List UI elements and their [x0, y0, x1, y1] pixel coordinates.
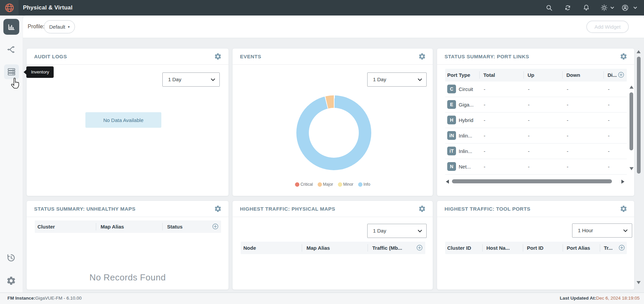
add-column-icon[interactable]	[617, 71, 625, 79]
column-separator	[603, 71, 604, 79]
time-range-select[interactable]: 1 Hour	[572, 223, 632, 238]
legend-item[interactable]: Major	[318, 182, 333, 187]
sidebar-item-recent[interactable]	[6, 253, 16, 263]
legend-dot-icon	[338, 182, 342, 187]
app-logo[interactable]	[0, 0, 19, 16]
user-account-icon[interactable]	[621, 4, 629, 11]
column-separator	[302, 244, 302, 251]
cell-total: -	[484, 97, 485, 112]
legend-item[interactable]: Minor	[338, 182, 353, 187]
column-header[interactable]: Port Type	[447, 69, 470, 81]
theme-sun-icon[interactable]	[600, 4, 608, 11]
column-header[interactable]: Status	[167, 220, 183, 233]
widget-title: HIGHEST TRAFFIC: TOOL PORTS	[445, 201, 531, 217]
column-header[interactable]: Traffic (Mb...	[372, 242, 402, 254]
legend-label: Info	[364, 182, 370, 187]
table-scroll-down-arrow[interactable]	[629, 167, 634, 170]
fm-instance-value: GigaVUE-FM - 6.10.00	[35, 296, 82, 301]
refresh-icon[interactable]	[564, 4, 571, 11]
legend-label: Minor	[343, 182, 353, 187]
add-column-icon[interactable]	[416, 244, 423, 251]
port-type-badge: H	[447, 116, 456, 124]
table-row[interactable]: C Circuit - - - -	[445, 82, 627, 97]
events-legend: CriticalMajorMinorInfo	[233, 182, 433, 187]
column-header[interactable]: Cluster	[37, 220, 55, 233]
table-scroll-up-arrow[interactable]	[629, 86, 634, 89]
cell-up: -	[528, 82, 530, 97]
table-vertical-scrollbar[interactable]	[629, 92, 633, 150]
table-row[interactable]: H Hybrid - - - -	[445, 113, 627, 128]
sidebar-item-settings[interactable]	[6, 276, 16, 286]
cell-disabled: -	[608, 144, 610, 159]
table-row[interactable]: E Giga... - - - -	[445, 97, 627, 113]
table-scroll-right-arrow[interactable]	[621, 180, 624, 184]
profile-select[interactable]: Default ▾	[44, 20, 75, 33]
sidebar-item-dashboards[interactable]	[3, 19, 19, 35]
sidebar-item-inventory[interactable]	[4, 64, 19, 79]
gear-icon[interactable]	[620, 53, 627, 60]
table-row[interactable]: iN Inlin... - - - -	[445, 128, 627, 144]
column-header[interactable]: Node	[243, 242, 256, 254]
table-row[interactable]: S Stac...	[445, 175, 627, 177]
last-updated-value: Dec 6, 2024 18:19:05	[596, 296, 640, 301]
sidebar-item-traffic[interactable]	[6, 44, 16, 55]
column-header[interactable]: Cluster ID	[447, 242, 471, 254]
cell-up: -	[528, 144, 530, 159]
add-column-icon[interactable]	[618, 244, 625, 251]
table-scroll-left-arrow[interactable]	[446, 180, 449, 184]
widget-unhealthy-maps: STATUS SUMMARY: UNHEALTHY MAPS Cluster M…	[26, 201, 229, 290]
legend-item[interactable]: Critical	[295, 182, 313, 187]
theme-chevron-down-icon[interactable]	[610, 6, 614, 9]
table-header: Port Type Total Up Down Di...	[445, 69, 627, 82]
widget-header: EVENTS	[233, 49, 433, 65]
column-header[interactable]: Total	[483, 69, 495, 81]
user-chevron-down-icon[interactable]	[633, 6, 637, 9]
time-range-select[interactable]: 1 Day	[367, 224, 427, 238]
gigavue-fm-dashboard: Physical & Virtual	[0, 0, 644, 304]
table-row[interactable]: N Net... - - - -	[445, 159, 627, 175]
legend-dot-icon	[318, 182, 322, 187]
column-header[interactable]: Up	[528, 69, 534, 81]
port-type-label: Giga...	[459, 97, 474, 112]
column-header[interactable]: Di...	[608, 69, 617, 81]
legend-item[interactable]: Info	[358, 182, 370, 187]
gear-icon[interactable]	[418, 205, 426, 213]
cell-total: -	[484, 159, 485, 174]
page-scroll-up-arrow[interactable]	[637, 50, 641, 53]
page-scroll-down-arrow[interactable]	[637, 281, 641, 284]
chevron-down-icon	[418, 78, 422, 81]
search-icon[interactable]	[545, 4, 553, 11]
column-header[interactable]: Tr...	[604, 242, 613, 254]
fm-instance-label: FM Instance:	[7, 296, 35, 301]
column-separator	[563, 244, 563, 251]
events-donut-chart[interactable]	[296, 95, 371, 170]
port-type-label: Hybrid	[459, 113, 473, 128]
notifications-bell-icon[interactable]	[583, 4, 590, 11]
gear-icon[interactable]	[214, 205, 222, 213]
legend-label: Major	[323, 182, 333, 187]
gear-icon[interactable]	[620, 205, 627, 213]
column-header[interactable]: Port Alias	[567, 242, 590, 254]
table-horizontal-scrollbar[interactable]	[452, 179, 612, 183]
table-row[interactable]: iT Inlin... - - - -	[445, 144, 627, 159]
cell-disabled: -	[608, 82, 610, 97]
gear-icon[interactable]	[214, 53, 222, 60]
cell-total: -	[484, 82, 485, 97]
column-header[interactable]: Host Na...	[486, 242, 510, 254]
widget-physical-maps: HIGHEST TRAFFIC: PHYSICAL MAPS 1 Day Nod…	[232, 201, 433, 290]
column-header[interactable]: Map Alias	[306, 242, 330, 254]
page-vertical-scrollbar[interactable]	[637, 57, 641, 174]
time-range-select[interactable]: 1 Day	[162, 72, 220, 87]
column-header[interactable]: Down	[566, 69, 580, 81]
widget-header: HIGHEST TRAFFIC: TOOL PORTS	[437, 201, 634, 217]
time-range-value: 1 Hour	[578, 224, 593, 237]
column-header[interactable]: Map Alias	[101, 220, 124, 233]
gear-icon[interactable]	[418, 53, 426, 60]
column-header[interactable]: Port ID	[527, 242, 543, 254]
add-widget-button[interactable]: Add Widget	[586, 21, 629, 33]
add-column-icon[interactable]	[212, 223, 219, 230]
column-separator	[162, 223, 163, 230]
port-type-label: Inlin...	[459, 144, 472, 159]
widget-header: STATUS SUMMARY: UNHEALTHY MAPS	[27, 201, 229, 217]
time-range-select[interactable]: 1 Day	[367, 72, 427, 87]
